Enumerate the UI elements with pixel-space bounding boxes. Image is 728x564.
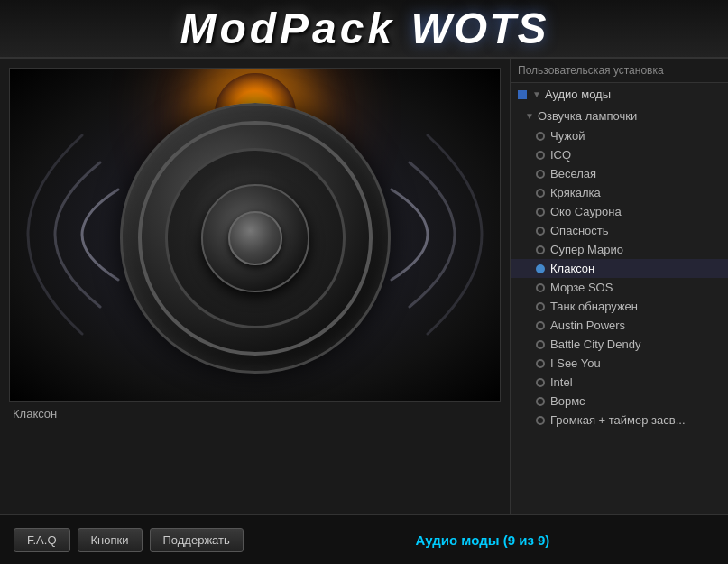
- tree-item-label: Танк обнаружен: [550, 300, 638, 313]
- tree-item-label: Вормс: [550, 394, 585, 408]
- tree-item-label: Клаксон: [550, 262, 594, 275]
- radio-button[interactable]: [536, 151, 545, 160]
- tree-item-label: Опасность: [550, 224, 609, 237]
- speaker-outer: [120, 103, 391, 374]
- tree-item[interactable]: Крякалка: [511, 183, 728, 202]
- footer: F.A.Q Кнопки Поддержать Аудио моды (9 из…: [0, 514, 728, 564]
- radio-button[interactable]: [536, 264, 545, 273]
- waves-left-svg: [19, 99, 136, 370]
- faq-button[interactable]: F.A.Q: [14, 528, 70, 552]
- radio-button[interactable]: [536, 189, 545, 198]
- tree-item-label: Морзе SOS: [550, 281, 613, 294]
- tree-item-label: Intel: [550, 375, 573, 389]
- tree-item[interactable]: Чужой: [511, 126, 728, 145]
- tree-item-label: Веселая: [550, 167, 596, 180]
- radio-button[interactable]: [536, 170, 545, 179]
- tree-item-label: Austin Powers: [550, 319, 625, 332]
- radio-button[interactable]: [536, 208, 545, 217]
- buttons-button[interactable]: Кнопки: [78, 528, 143, 552]
- speaker-ring2: [165, 148, 346, 328]
- radio-button[interactable]: [536, 283, 545, 292]
- right-panel[interactable]: Пользовательская установка ▼ Аудио моды …: [510, 59, 728, 514]
- radio-button[interactable]: [536, 302, 545, 311]
- tree-item[interactable]: Веселая: [511, 164, 728, 183]
- category-label: Озвучка лампочки: [538, 109, 637, 123]
- header: ModPack WOTS: [0, 0, 728, 59]
- tree-item-label: ICQ: [550, 148, 571, 162]
- tree-item-label: Крякалка: [550, 186, 601, 199]
- tree-item-label: Око Саурона: [550, 205, 622, 218]
- radio-button[interactable]: [536, 416, 545, 425]
- image-caption: Клаксон: [9, 407, 501, 421]
- tree-item-label: Громкая + таймер засв...: [550, 413, 686, 427]
- radio-button[interactable]: [536, 321, 545, 330]
- tree-item[interactable]: Око Саурона: [511, 202, 728, 221]
- tree-item[interactable]: Опасность: [511, 221, 728, 240]
- speaker-ring3: [201, 184, 309, 292]
- waves-right-svg: [373, 99, 491, 370]
- radio-button[interactable]: [536, 340, 545, 349]
- tree-item-label: Battle City Dendy: [550, 337, 640, 351]
- tree-item[interactable]: Супер Марио: [511, 240, 728, 259]
- tree-header: Пользовательская установка: [511, 59, 728, 83]
- root-icon: [518, 90, 527, 99]
- tree-item[interactable]: Вормс: [511, 392, 728, 411]
- support-button[interactable]: Поддержать: [150, 528, 244, 552]
- tree-item[interactable]: Громкая + таймер засв...: [511, 411, 728, 430]
- tree-item[interactable]: I See You: [511, 354, 728, 373]
- main-area: Клаксон Пользовательская установка ▼ Ауд…: [0, 59, 728, 514]
- tree-item[interactable]: Клаксон: [511, 259, 728, 278]
- tree-item[interactable]: Intel: [511, 373, 728, 392]
- tree-item[interactable]: Морзе SOS: [511, 278, 728, 297]
- root-label: Аудио моды: [545, 88, 611, 101]
- app-title: ModPack WOTS: [180, 4, 548, 53]
- speaker-image: [9, 68, 501, 402]
- tree-item[interactable]: ICQ: [511, 145, 728, 164]
- speaker-container: [10, 69, 500, 401]
- radio-button[interactable]: [536, 359, 545, 368]
- radio-button[interactable]: [536, 132, 545, 141]
- tree-item[interactable]: Танк обнаружен: [511, 297, 728, 316]
- radio-button[interactable]: [536, 227, 545, 236]
- tree-item[interactable]: Austin Powers: [511, 316, 728, 335]
- radio-button[interactable]: [536, 378, 545, 387]
- tree-items-container: ЧужойICQВеселаяКрякалкаОко СауронаОпасно…: [511, 126, 728, 430]
- radio-button[interactable]: [536, 245, 545, 254]
- tree-item[interactable]: Battle City Dendy: [511, 335, 728, 354]
- root-expand-icon: ▼: [532, 89, 541, 99]
- tree-item-label: I See You: [550, 356, 601, 370]
- tree-category-item[interactable]: ▼ Озвучка лампочки: [511, 106, 728, 126]
- tree-item-label: Чужой: [550, 129, 585, 143]
- tree-item-label: Супер Марио: [550, 243, 623, 256]
- speaker-center: [228, 211, 282, 265]
- tree-root-item[interactable]: ▼ Аудио моды: [511, 83, 728, 106]
- left-panel: Клаксон: [0, 59, 510, 514]
- category-expand-icon: ▼: [525, 111, 534, 121]
- radio-button[interactable]: [536, 397, 545, 406]
- footer-status: Аудио моды (9 из 9): [251, 532, 714, 548]
